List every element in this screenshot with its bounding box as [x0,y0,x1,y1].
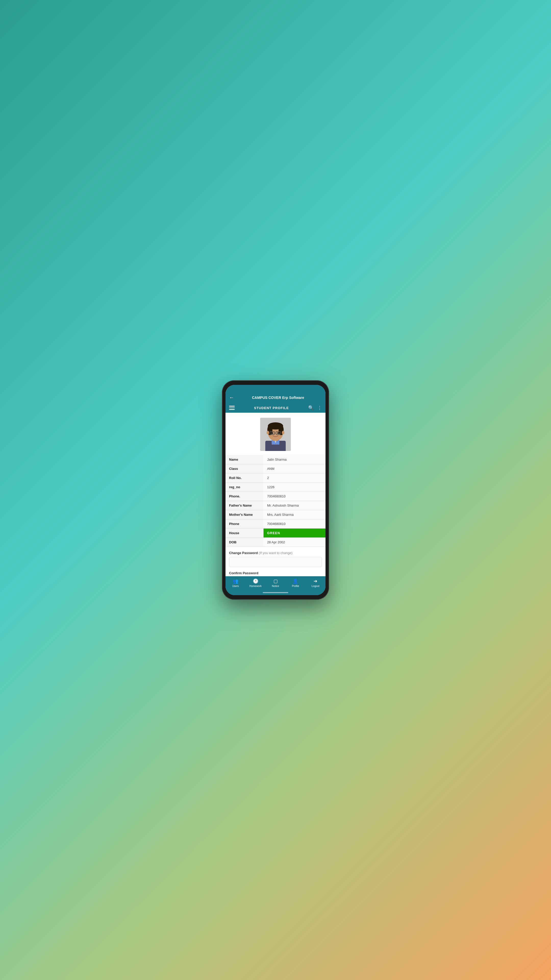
homework-label: Homework [249,585,262,587]
menu-button[interactable] [229,406,235,410]
homework-icon: 🕐 [253,578,259,584]
mother-row: Mother's Name Mrs. Aarti Sharma [225,510,326,519]
name-value: Jatin Sharma [264,455,326,464]
logout-icon: ➔ [313,578,318,584]
home-indicator [225,590,326,595]
nav-logout[interactable]: ➔ Logout [306,578,326,587]
change-password-input[interactable] [229,557,322,567]
profile-label: Profile [292,585,299,587]
phone2-label: Phone [225,519,264,528]
father-value: Mr. Ashutosh Sharma [264,501,326,510]
svg-point-14 [271,432,273,434]
reg-row: reg_no 1226 [225,483,326,492]
dob-value: 28 Apr 2002 [264,538,326,547]
users-label: Users [232,585,239,587]
student-info-table: Name Jatin Sharma Class ANM Roll No. 2 r… [225,455,326,547]
notice-label: Notice [272,585,279,587]
dob-row: DOB 28 Apr 2002 [225,538,326,547]
logout-label: Logout [312,585,320,587]
class-row: Class ANM [225,464,326,473]
status-bar [225,385,326,392]
dob-label: DOB [225,538,264,547]
father-row: Father's Name Mr. Ashutosh Sharma [225,501,326,510]
student-avatar [260,418,291,451]
confirm-section: Confirm Password [225,569,326,576]
class-value: ANM [264,464,326,473]
more-options-icon[interactable]: ⋮ [318,405,322,410]
password-section: Change Password (If you want to change) [225,547,326,569]
notice-icon: ▢ [273,578,278,584]
screen-title: STUDENT PROFILE [235,406,308,410]
password-hint: (If you want to change) [259,551,292,555]
search-icon[interactable]: 🔍 [308,405,314,410]
name-label: Name [225,455,264,464]
nav-homework[interactable]: 🕐 Homework [245,578,265,587]
profile-icon: 👤 [292,578,298,584]
phone-frame: ← CAMPUS COVER Erp Software STUDENT PROF… [222,380,329,600]
app-title: CAMPUS COVER Erp Software [234,396,322,400]
mother-value: Mrs. Aarti Sharma [264,510,326,519]
svg-point-15 [277,432,279,434]
roll-label: Roll No. [225,473,264,483]
roll-row: Roll No. 2 [225,473,326,483]
father-label: Father's Name [225,501,264,510]
house-value: GREEN [264,528,326,538]
name-row: Name Jatin Sharma [225,455,326,464]
home-bar [263,592,288,593]
phone-value: 7004680810 [264,492,326,501]
password-label: Change Password (If you want to change) [229,551,322,555]
toolbar-icons: 🔍 ⋮ [308,405,322,410]
svg-point-9 [267,431,269,434]
class-label: Class [225,464,264,473]
phone2-value: 7004680810 [264,519,326,528]
avatar-section [225,413,326,455]
confirm-label: Confirm Password [229,571,322,575]
phone-screen: ← CAMPUS COVER Erp Software STUDENT PROF… [225,385,326,595]
reg-label: reg_no [225,483,264,492]
roll-value: 2 [264,473,326,483]
nav-notice[interactable]: ▢ Notice [265,578,286,587]
toolbar: STUDENT PROFILE 🔍 ⋮ [225,403,326,413]
phone-label: Phone. [225,492,264,501]
content-area: Name Jatin Sharma Class ANM Roll No. 2 r… [225,413,326,576]
mother-label: Mother's Name [225,510,264,519]
back-button[interactable]: ← [229,395,234,401]
nav-users[interactable]: 👥 Users [225,578,245,587]
phone-row: Phone. 7004680810 [225,492,326,501]
users-icon: 👥 [233,578,238,584]
house-row: House GREEN [225,528,326,538]
app-header: ← CAMPUS COVER Erp Software [225,392,326,403]
bottom-navigation: 👥 Users 🕐 Homework ▢ Notice 👤 Profile ➔ … [225,576,326,590]
nav-profile[interactable]: 👤 Profile [286,578,305,587]
phone2-row: Phone 7004680810 [225,519,326,528]
reg-value: 1226 [264,483,326,492]
svg-point-10 [282,431,284,434]
house-label: House [225,528,264,538]
